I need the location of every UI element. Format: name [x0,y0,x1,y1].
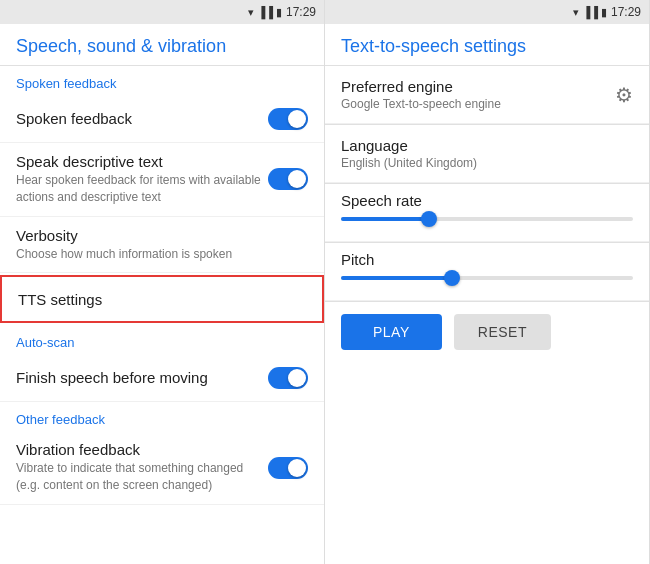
tts-settings-item[interactable]: TTS settings [0,275,324,323]
section-other-feedback: Other feedback [0,402,324,431]
left-status-bar: ▾ ▐▐ ▮ 17:29 [0,0,324,24]
spoken-feedback-title: Spoken feedback [16,110,268,127]
right-panel-content: Preferred engine Google Text-to-speech e… [325,66,649,564]
speech-rate-track[interactable] [341,217,633,221]
button-row: PLAY RESET [325,302,649,362]
language-value: English (United Kingdom) [341,156,633,170]
left-panel-content: Spoken feedback Spoken feedback Speak de… [0,66,324,564]
speak-descriptive-title: Speak descriptive text [16,153,268,170]
reset-button[interactable]: RESET [454,314,551,350]
verbosity-subtitle: Choose how much information is spoken [16,246,308,263]
pitch-track[interactable] [341,276,633,280]
left-panel-title: Speech, sound & vibration [16,36,308,57]
speak-descriptive-item[interactable]: Speak descriptive text Hear spoken feedb… [0,143,324,217]
preferred-engine-item[interactable]: Preferred engine Google Text-to-speech e… [325,66,649,124]
verbosity-item[interactable]: Verbosity Choose how much information is… [0,217,324,274]
tts-settings-title: TTS settings [18,291,306,308]
pitch-thumb[interactable] [444,270,460,286]
verbosity-title: Verbosity [16,227,308,244]
speak-descriptive-subtitle: Hear spoken feedback for items with avai… [16,172,268,206]
right-status-bar: ▾ ▐▐ ▮ 17:29 [325,0,649,24]
right-panel: ▾ ▐▐ ▮ 17:29 Text-to-speech settings Pre… [325,0,650,564]
section-spoken-feedback: Spoken feedback [0,66,324,95]
left-panel-header: Speech, sound & vibration [0,24,324,66]
vibration-feedback-item[interactable]: Vibration feedback Vibrate to indicate t… [0,431,324,505]
right-battery-icon: ▮ [601,6,607,19]
left-time: 17:29 [286,5,316,19]
spoken-feedback-item[interactable]: Spoken feedback [0,95,324,143]
speech-rate-thumb[interactable] [421,211,437,227]
play-button[interactable]: PLAY [341,314,442,350]
left-panel: ▾ ▐▐ ▮ 17:29 Speech, sound & vibration S… [0,0,325,564]
right-signal-icon: ▐▐ [582,6,598,18]
vibration-feedback-title: Vibration feedback [16,441,268,458]
wifi-icon: ▾ [248,6,254,19]
right-panel-title: Text-to-speech settings [341,36,633,57]
speech-rate-fill [341,217,429,221]
preferred-engine-value: Google Text-to-speech engine [341,97,501,111]
language-item[interactable]: Language English (United Kingdom) [325,125,649,183]
pitch-fill [341,276,452,280]
speak-descriptive-toggle[interactable] [268,168,308,190]
pitch-container: Pitch [325,243,649,301]
preferred-engine-label: Preferred engine [341,78,501,95]
speech-rate-label: Speech rate [341,192,633,209]
right-panel-header: Text-to-speech settings [325,24,649,66]
section-auto-scan: Auto-scan [0,325,324,354]
language-label: Language [341,137,633,154]
vibration-feedback-toggle[interactable] [268,457,308,479]
right-time: 17:29 [611,5,641,19]
right-wifi-icon: ▾ [573,6,579,19]
finish-speech-toggle[interactable] [268,367,308,389]
status-icons: ▾ ▐▐ ▮ [248,6,282,19]
speech-rate-container: Speech rate [325,184,649,242]
finish-speech-title: Finish speech before moving [16,369,268,386]
vibration-feedback-subtitle: Vibrate to indicate that something chang… [16,460,268,494]
spoken-feedback-toggle[interactable] [268,108,308,130]
signal-icon: ▐▐ [257,6,273,18]
battery-icon: ▮ [276,6,282,19]
right-status-icons: ▾ ▐▐ ▮ [573,6,607,19]
finish-speech-item[interactable]: Finish speech before moving [0,354,324,402]
gear-icon[interactable]: ⚙ [615,83,633,107]
pitch-label: Pitch [341,251,633,268]
